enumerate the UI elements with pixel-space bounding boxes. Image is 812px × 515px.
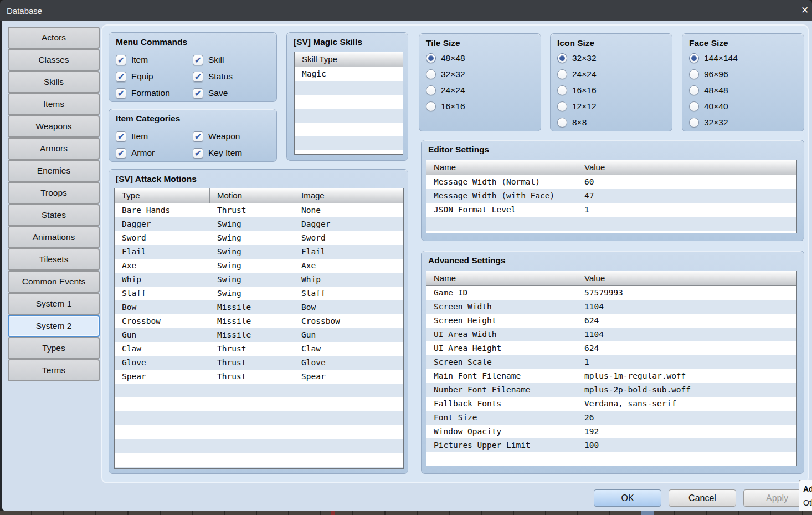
sidebar-item-classes[interactable]: Classes <box>8 49 100 71</box>
radio-144x144[interactable]: 144×144 <box>689 52 797 64</box>
table-row-empty[interactable] <box>426 452 796 466</box>
radio-16x16[interactable]: 16×16 <box>557 84 665 96</box>
table-row[interactable]: ClawThrustClaw <box>115 342 403 356</box>
table-row[interactable]: Message Width (with Face)47 <box>426 189 796 203</box>
sidebar-item-enemies[interactable]: Enemies <box>8 160 100 182</box>
titlebar[interactable]: Database <box>0 0 812 21</box>
check-icon[interactable]: ✔ <box>116 72 126 82</box>
table-row-empty[interactable] <box>295 109 403 123</box>
table-row[interactable]: StaffSwingStaff <box>115 287 403 300</box>
table-row[interactable]: AxeSwingAxe <box>115 259 403 273</box>
radio-icon[interactable] <box>689 101 699 111</box>
table-row[interactable]: BowMissileBow <box>115 300 403 314</box>
radio-icon[interactable] <box>689 53 699 63</box>
table-row[interactable]: SwordSwingSword <box>115 231 403 245</box>
check-icon[interactable]: ✔ <box>193 88 203 99</box>
check-icon[interactable]: ✔ <box>116 88 126 99</box>
table-row[interactable]: FlailSwingFlail <box>115 245 403 259</box>
table-row-empty[interactable] <box>295 136 403 150</box>
sidebar-item-armors[interactable]: Armors <box>8 137 100 160</box>
table-row-empty[interactable] <box>295 123 403 136</box>
sidebar-item-actors[interactable]: Actors <box>8 27 100 49</box>
radio-24x24[interactable]: 24×24 <box>557 68 665 80</box>
check-icon[interactable]: ✔ <box>116 131 126 142</box>
check-icon[interactable]: ✔ <box>193 55 203 65</box>
radio-32x32[interactable]: 32×32 <box>557 52 665 64</box>
radio-icon[interactable] <box>426 53 436 63</box>
radio-icon[interactable] <box>557 53 567 63</box>
column-header-value[interactable]: Value <box>577 271 787 285</box>
table-row-empty[interactable] <box>115 384 403 397</box>
checkbox-save[interactable]: ✔Save <box>193 87 270 99</box>
column-header-name[interactable]: Name <box>426 271 577 285</box>
table-row[interactable]: Pictures Upper Limit100 <box>426 438 796 452</box>
radio-48x48[interactable]: 48×48 <box>426 52 534 64</box>
table-row[interactable]: Bare HandsThrustNone <box>115 203 403 217</box>
radio-8x8[interactable]: 8×8 <box>557 116 665 129</box>
table-row[interactable]: Screen Scale1 <box>426 355 796 369</box>
table-row[interactable]: Number Font Filenamemplus-2p-bold-sub.wo… <box>426 383 796 397</box>
table-row[interactable]: Main Font Filenamemplus-1m-regular.woff <box>426 369 796 383</box>
table-row-empty[interactable] <box>426 217 796 231</box>
table-row[interactable]: Screen Height624 <box>426 314 796 328</box>
checkbox-status[interactable]: ✔Status <box>193 70 270 83</box>
checkbox-item[interactable]: ✔Item <box>116 130 193 142</box>
table-row[interactable]: DaggerSwingDagger <box>115 217 403 231</box>
sidebar-item-terms[interactable]: Terms <box>8 359 100 381</box>
radio-icon[interactable] <box>557 69 567 79</box>
radio-48x48[interactable]: 48×48 <box>689 84 797 96</box>
table-row-empty[interactable] <box>115 453 403 467</box>
checkbox-equip[interactable]: ✔Equip <box>116 70 193 83</box>
column-header-type[interactable]: Type <box>115 188 210 203</box>
sidebar-item-troops[interactable]: Troops <box>8 182 100 204</box>
table-row[interactable]: Font Size26 <box>426 411 796 425</box>
radio-icon[interactable] <box>689 118 699 128</box>
checkbox-weapon[interactable]: ✔Weapon <box>193 130 270 142</box>
table-row[interactable]: Fallback FontsVerdana, sans-serif <box>426 397 796 411</box>
check-icon[interactable]: ✔ <box>193 148 203 159</box>
check-icon[interactable]: ✔ <box>193 131 203 142</box>
radio-icon[interactable] <box>426 101 436 111</box>
sidebar-item-weapons[interactable]: Weapons <box>8 115 100 137</box>
sidebar-item-skills[interactable]: Skills <box>8 71 100 93</box>
sidebar-item-tilesets[interactable]: Tilesets <box>8 248 100 271</box>
table-row[interactable]: JSON Format Level1 <box>426 203 796 217</box>
column-header-skill-type[interactable]: Skill Type <box>295 52 403 67</box>
attack-motions-table[interactable]: TypeMotionImageBare HandsThrustNoneDagge… <box>114 188 404 469</box>
table-row-empty[interactable] <box>115 439 403 453</box>
table-row[interactable]: Game ID57579993 <box>426 286 796 300</box>
column-header-name[interactable]: Name <box>426 160 577 175</box>
close-icon[interactable]: ✕ <box>798 3 812 18</box>
magic-skills-table[interactable]: Skill TypeMagic <box>294 52 403 155</box>
radio-32x32[interactable]: 32×32 <box>426 68 534 80</box>
checkbox-item[interactable]: ✔Item <box>116 54 193 66</box>
radio-icon[interactable] <box>557 118 567 128</box>
sidebar-item-common-events[interactable]: Common Events <box>8 271 100 293</box>
table-row-empty[interactable] <box>295 150 403 155</box>
radio-16x16[interactable]: 16×16 <box>426 100 534 113</box>
checkbox-key-item[interactable]: ✔Key Item <box>193 147 270 159</box>
table-row-empty[interactable] <box>115 397 403 411</box>
ok-button[interactable]: OK <box>594 489 661 507</box>
radio-96x96[interactable]: 96×96 <box>689 68 797 80</box>
sidebar-item-animations[interactable]: Animations <box>8 226 100 248</box>
table-row[interactable]: WhipSwingWhip <box>115 273 403 287</box>
table-row[interactable]: GunMissileGun <box>115 328 403 342</box>
radio-icon[interactable] <box>426 85 436 95</box>
table-row[interactable]: Magic <box>295 67 403 81</box>
radio-icon[interactable] <box>689 85 699 95</box>
sidebar-item-items[interactable]: Items <box>8 93 100 115</box>
checkbox-armor[interactable]: ✔Armor <box>116 147 193 159</box>
table-row-empty[interactable] <box>115 467 403 469</box>
radio-icon[interactable] <box>689 69 699 79</box>
table-row-empty[interactable] <box>115 425 403 439</box>
table-row[interactable]: Message Width (Normal)60 <box>426 175 796 189</box>
table-row[interactable]: CrossbowMissileCrossbow <box>115 314 403 328</box>
radio-icon[interactable] <box>557 101 567 111</box>
table-row-empty[interactable] <box>295 95 403 109</box>
table-row-empty[interactable] <box>115 411 403 425</box>
column-header-motion[interactable]: Motion <box>210 188 294 203</box>
sidebar-item-system-2[interactable]: System 2 <box>8 315 100 337</box>
table-row-empty[interactable] <box>426 231 796 233</box>
column-header-image[interactable]: Image <box>294 188 393 203</box>
